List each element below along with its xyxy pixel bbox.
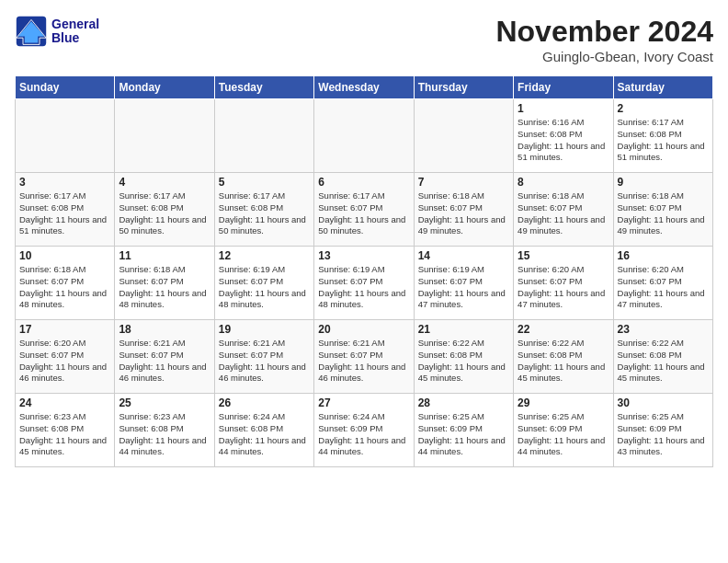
day-info: Sunrise: 6:17 AM Sunset: 6:07 PM Dayligh… [318, 190, 409, 237]
calendar-cell [314, 99, 414, 173]
day-info: Sunrise: 6:18 AM Sunset: 6:07 PM Dayligh… [19, 264, 110, 311]
calendar-week-row: 3Sunrise: 6:17 AM Sunset: 6:08 PM Daylig… [16, 173, 713, 247]
weekday-header: Saturday [613, 76, 712, 99]
header: General Blue November 2024 Guinglo-Gbean… [15, 15, 713, 64]
calendar-cell: 26Sunrise: 6:24 AM Sunset: 6:08 PM Dayli… [214, 394, 313, 467]
calendar-cell: 15Sunrise: 6:20 AM Sunset: 6:07 PM Dayli… [514, 247, 613, 320]
day-number: 14 [418, 249, 509, 262]
day-number: 29 [518, 396, 609, 409]
calendar-cell: 28Sunrise: 6:25 AM Sunset: 6:09 PM Dayli… [414, 394, 513, 467]
day-number: 5 [219, 176, 310, 189]
day-info: Sunrise: 6:16 AM Sunset: 6:08 PM Dayligh… [518, 117, 609, 164]
calendar-week-row: 17Sunrise: 6:20 AM Sunset: 6:07 PM Dayli… [16, 320, 713, 394]
day-info: Sunrise: 6:25 AM Sunset: 6:09 PM Dayligh… [418, 411, 509, 458]
calendar-week-row: 10Sunrise: 6:18 AM Sunset: 6:07 PM Dayli… [16, 247, 713, 320]
logo-text: General Blue [51, 17, 99, 46]
weekday-header: Tuesday [214, 76, 313, 99]
day-info: Sunrise: 6:25 AM Sunset: 6:09 PM Dayligh… [518, 411, 609, 458]
calendar-cell: 16Sunrise: 6:20 AM Sunset: 6:07 PM Dayli… [613, 247, 712, 320]
logo-icon [15, 15, 48, 48]
day-info: Sunrise: 6:17 AM Sunset: 6:08 PM Dayligh… [219, 190, 310, 237]
calendar-cell: 24Sunrise: 6:23 AM Sunset: 6:08 PM Dayli… [16, 394, 115, 467]
day-info: Sunrise: 6:19 AM Sunset: 6:07 PM Dayligh… [418, 264, 509, 311]
calendar-header: SundayMondayTuesdayWednesdayThursdayFrid… [16, 76, 713, 99]
calendar-cell: 3Sunrise: 6:17 AM Sunset: 6:08 PM Daylig… [16, 173, 115, 247]
logo-line1: General [51, 17, 99, 31]
title-area: November 2024 Guinglo-Gbean, Ivory Coast [495, 15, 713, 64]
calendar-cell: 17Sunrise: 6:20 AM Sunset: 6:07 PM Dayli… [16, 320, 115, 394]
day-info: Sunrise: 6:22 AM Sunset: 6:08 PM Dayligh… [418, 338, 509, 385]
day-number: 6 [318, 176, 409, 189]
weekday-header: Sunday [16, 76, 115, 99]
day-number: 27 [318, 396, 409, 409]
calendar-cell: 6Sunrise: 6:17 AM Sunset: 6:07 PM Daylig… [314, 173, 414, 247]
day-number: 21 [418, 323, 509, 336]
day-number: 3 [19, 176, 110, 189]
day-info: Sunrise: 6:20 AM Sunset: 6:07 PM Dayligh… [618, 264, 709, 311]
day-number: 10 [19, 249, 110, 262]
calendar-cell: 30Sunrise: 6:25 AM Sunset: 6:09 PM Dayli… [613, 394, 712, 467]
calendar-cell: 8Sunrise: 6:18 AM Sunset: 6:07 PM Daylig… [514, 173, 613, 247]
day-info: Sunrise: 6:17 AM Sunset: 6:08 PM Dayligh… [19, 190, 110, 237]
calendar-cell [414, 99, 513, 173]
day-info: Sunrise: 6:22 AM Sunset: 6:08 PM Dayligh… [518, 338, 609, 385]
day-number: 24 [19, 396, 110, 409]
day-info: Sunrise: 6:18 AM Sunset: 6:07 PM Dayligh… [518, 190, 609, 237]
day-info: Sunrise: 6:17 AM Sunset: 6:08 PM Dayligh… [119, 190, 210, 237]
day-info: Sunrise: 6:21 AM Sunset: 6:07 PM Dayligh… [119, 338, 210, 385]
calendar-cell: 2Sunrise: 6:17 AM Sunset: 6:08 PM Daylig… [613, 99, 712, 173]
day-number: 20 [318, 323, 409, 336]
header-row: SundayMondayTuesdayWednesdayThursdayFrid… [16, 76, 713, 99]
day-info: Sunrise: 6:22 AM Sunset: 6:08 PM Dayligh… [618, 338, 709, 385]
calendar-body: 1Sunrise: 6:16 AM Sunset: 6:08 PM Daylig… [16, 99, 713, 467]
calendar-cell: 10Sunrise: 6:18 AM Sunset: 6:07 PM Dayli… [16, 247, 115, 320]
day-number: 30 [618, 396, 709, 409]
day-number: 12 [219, 249, 310, 262]
weekday-header: Friday [514, 76, 613, 99]
calendar-cell [16, 99, 115, 173]
day-number: 16 [618, 249, 709, 262]
day-info: Sunrise: 6:24 AM Sunset: 6:08 PM Dayligh… [219, 411, 310, 458]
weekday-header: Wednesday [314, 76, 414, 99]
calendar-cell: 5Sunrise: 6:17 AM Sunset: 6:08 PM Daylig… [214, 173, 313, 247]
day-number: 7 [418, 176, 509, 189]
day-info: Sunrise: 6:19 AM Sunset: 6:07 PM Dayligh… [318, 264, 409, 311]
day-info: Sunrise: 6:23 AM Sunset: 6:08 PM Dayligh… [19, 411, 110, 458]
calendar-cell: 12Sunrise: 6:19 AM Sunset: 6:07 PM Dayli… [214, 247, 313, 320]
day-info: Sunrise: 6:20 AM Sunset: 6:07 PM Dayligh… [19, 338, 110, 385]
calendar-week-row: 24Sunrise: 6:23 AM Sunset: 6:08 PM Dayli… [16, 394, 713, 467]
day-number: 26 [219, 396, 310, 409]
day-number: 15 [518, 249, 609, 262]
day-number: 25 [119, 396, 210, 409]
day-info: Sunrise: 6:24 AM Sunset: 6:09 PM Dayligh… [318, 411, 409, 458]
day-number: 13 [318, 249, 409, 262]
day-info: Sunrise: 6:18 AM Sunset: 6:07 PM Dayligh… [119, 264, 210, 311]
calendar-week-row: 1Sunrise: 6:16 AM Sunset: 6:08 PM Daylig… [16, 99, 713, 173]
day-info: Sunrise: 6:25 AM Sunset: 6:09 PM Dayligh… [618, 411, 709, 458]
logo: General Blue [15, 15, 99, 48]
day-number: 11 [119, 249, 210, 262]
day-number: 9 [618, 176, 709, 189]
day-number: 8 [518, 176, 609, 189]
day-info: Sunrise: 6:17 AM Sunset: 6:08 PM Dayligh… [618, 117, 709, 164]
day-number: 18 [119, 323, 210, 336]
calendar-cell [214, 99, 313, 173]
calendar-cell: 13Sunrise: 6:19 AM Sunset: 6:07 PM Dayli… [314, 247, 414, 320]
calendar-cell: 18Sunrise: 6:21 AM Sunset: 6:07 PM Dayli… [115, 320, 214, 394]
calendar-cell: 11Sunrise: 6:18 AM Sunset: 6:07 PM Dayli… [115, 247, 214, 320]
day-number: 22 [518, 323, 609, 336]
calendar-cell: 20Sunrise: 6:21 AM Sunset: 6:07 PM Dayli… [314, 320, 414, 394]
day-number: 17 [19, 323, 110, 336]
calendar-cell: 27Sunrise: 6:24 AM Sunset: 6:09 PM Dayli… [314, 394, 414, 467]
calendar-cell [115, 99, 214, 173]
calendar-table: SundayMondayTuesdayWednesdayThursdayFrid… [15, 75, 713, 467]
day-number: 28 [418, 396, 509, 409]
day-number: 1 [518, 102, 609, 115]
day-info: Sunrise: 6:21 AM Sunset: 6:07 PM Dayligh… [219, 338, 310, 385]
calendar-cell: 19Sunrise: 6:21 AM Sunset: 6:07 PM Dayli… [214, 320, 313, 394]
day-number: 19 [219, 323, 310, 336]
day-number: 4 [119, 176, 210, 189]
day-info: Sunrise: 6:23 AM Sunset: 6:08 PM Dayligh… [119, 411, 210, 458]
day-info: Sunrise: 6:21 AM Sunset: 6:07 PM Dayligh… [318, 338, 409, 385]
calendar-cell: 21Sunrise: 6:22 AM Sunset: 6:08 PM Dayli… [414, 320, 513, 394]
